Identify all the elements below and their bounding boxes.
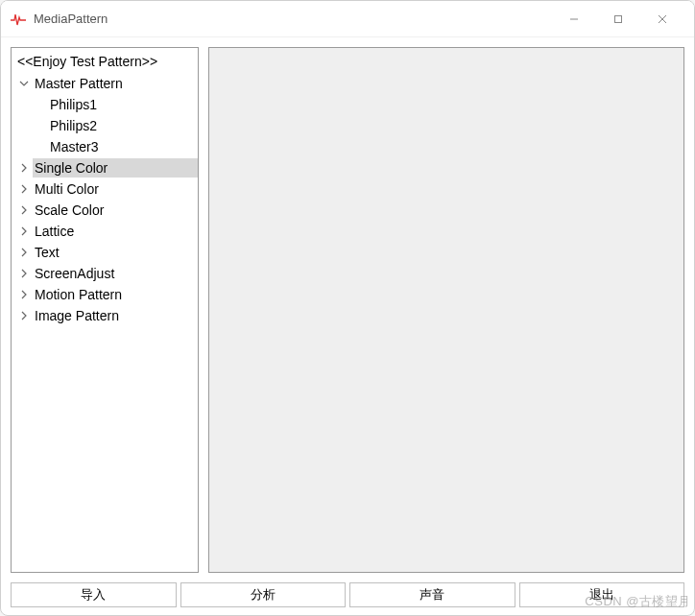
tree-item-label: Master Pattern (33, 74, 198, 93)
tree-item-label: Image Pattern (33, 306, 198, 325)
close-button[interactable] (640, 1, 684, 37)
tree-item-label: Single Color (33, 158, 198, 178)
tree-item-label: ScreenAdjust (33, 264, 198, 283)
preview-panel (208, 47, 684, 573)
chevron-right-icon[interactable] (17, 246, 31, 259)
window-controls (552, 1, 684, 37)
tree-item[interactable]: Master3 (12, 136, 198, 157)
tree-item-label: Philips1 (48, 95, 198, 114)
tree-item-label: Multi Color (33, 179, 198, 199)
tree-item-label: Motion Pattern (33, 285, 198, 304)
tree-item[interactable]: Philips2 (12, 115, 198, 136)
sound-button[interactable]: 声音 (349, 582, 515, 607)
chevron-right-icon[interactable] (17, 267, 31, 280)
tree-item[interactable]: Motion Pattern (12, 284, 198, 305)
tree-item-label: Scale Color (33, 201, 198, 220)
tree-container: Master PatternPhilips1Philips2Master3Sin… (12, 73, 198, 326)
svg-rect-1 (615, 15, 622, 22)
app-window: MediaPattern <<Enjoy Test Pattern>> Mast… (0, 0, 695, 616)
chevron-right-icon[interactable] (17, 288, 31, 301)
tree-item[interactable]: Lattice (12, 221, 198, 242)
chevron-right-icon[interactable] (17, 225, 31, 238)
app-icon (11, 12, 26, 27)
tree-item[interactable]: Text (12, 242, 198, 263)
tree-item-label: Lattice (33, 222, 198, 241)
tree-item-label: Text (33, 243, 198, 262)
main-body: <<Enjoy Test Pattern>> Master PatternPhi… (1, 37, 694, 582)
tree-item[interactable]: Master Pattern (12, 73, 198, 94)
exit-button[interactable]: 退出 (519, 582, 685, 607)
tree-panel: <<Enjoy Test Pattern>> Master PatternPhi… (11, 47, 199, 573)
import-button[interactable]: 导入 (11, 582, 177, 607)
tree-item-label: Master3 (48, 137, 198, 156)
titlebar: MediaPattern (1, 1, 694, 37)
tree-item[interactable]: Multi Color (12, 178, 198, 200)
maximize-button[interactable] (596, 1, 640, 37)
app-title: MediaPattern (34, 12, 552, 26)
tree-item[interactable]: Image Pattern (12, 305, 198, 326)
chevron-right-icon[interactable] (17, 182, 31, 196)
footer: 导入 分析 声音 退出 (1, 582, 694, 615)
tree-item[interactable]: ScreenAdjust (12, 263, 198, 284)
tree-item[interactable]: Philips1 (12, 94, 198, 115)
chevron-right-icon[interactable] (17, 309, 31, 322)
analyze-button[interactable]: 分析 (180, 582, 347, 607)
tree-item[interactable]: Single Color (12, 157, 198, 178)
chevron-right-icon[interactable] (17, 203, 31, 217)
chevron-right-icon[interactable] (17, 161, 31, 175)
tree-header: <<Enjoy Test Pattern>> (12, 50, 198, 73)
minimize-button[interactable] (552, 1, 596, 37)
tree-item[interactable]: Scale Color (12, 200, 198, 221)
tree-item-label: Philips2 (48, 116, 198, 135)
chevron-down-icon[interactable] (17, 77, 31, 90)
